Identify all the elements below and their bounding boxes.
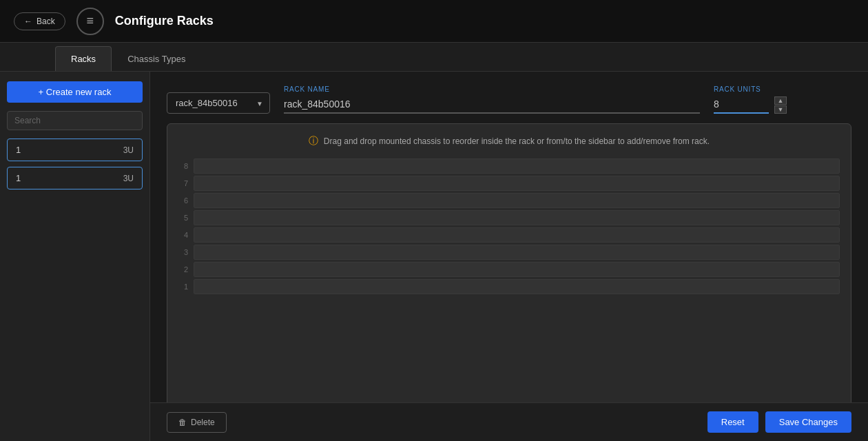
slot-bar-8[interactable] [194,158,840,174]
info-icon: ⓘ [309,135,318,147]
content-area: rack_84b50016 ▼ RACK NAME RACK UNITS ▲ ▼ [150,72,868,441]
reset-button[interactable]: Reset [707,411,758,433]
create-rack-button[interactable]: + Create new rack [7,81,143,103]
rack-selector-wrap: rack_84b50016 ▼ [167,92,270,114]
slot-row-7: 7 [178,176,840,191]
rack-name-field-group: RACK NAME [284,85,700,114]
search-input[interactable] [7,111,143,130]
slot-row-5: 5 [178,210,840,225]
sidebar: + Create new rack 1 3U 1 3U [0,72,150,441]
slot-bar-4[interactable] [194,227,840,243]
rack-name-label: RACK NAME [284,85,700,93]
bottom-right-buttons: Reset Save Changes [707,411,851,433]
slot-row-2: 2 [178,262,840,277]
page-title: Configure Racks [115,14,214,28]
slot-row-6: 6 [178,193,840,208]
back-arrow-icon: ← [24,17,32,26]
units-increment-button[interactable]: ▲ [774,96,787,105]
rack-units-field-group: RACK UNITS ▲ ▼ [714,85,851,114]
rack-units-label: RACK UNITS [714,85,851,93]
rack-selector[interactable]: rack_84b50016 [167,92,270,114]
slot-row-8: 8 [178,158,840,174]
slot-bar-1[interactable] [194,279,840,294]
slot-row-4: 4 [178,227,840,243]
rack-units-row: ▲ ▼ [714,96,851,114]
dragdrop-hint: ⓘ Drag and drop mounted chassis to reord… [178,135,840,147]
back-button[interactable]: ← Back [14,12,65,30]
tab-chassis-types[interactable]: Chassis Types [112,46,201,71]
bottom-bar: 🗑 Delete Reset Save Changes [150,402,868,441]
save-changes-button[interactable]: Save Changes [765,411,851,433]
rack-item-1[interactable]: 1 3U [7,167,143,189]
rack-name-input[interactable] [284,96,700,114]
tab-racks[interactable]: Racks [55,46,112,71]
tabs-bar: Racks Chassis Types [0,43,868,72]
slot-bar-2[interactable] [194,262,840,277]
slot-bar-3[interactable] [194,245,840,260]
rack-header-row: rack_84b50016 ▼ RACK NAME RACK UNITS ▲ ▼ [167,85,851,114]
slot-row-3: 3 [178,245,840,260]
units-decrement-button[interactable]: ▼ [774,105,787,114]
rack-item-0[interactable]: 1 3U [7,139,143,161]
dragdrop-area: ⓘ Drag and drop mounted chassis to reord… [167,123,851,427]
slot-bar-6[interactable] [194,193,840,208]
units-spinner: ▲ ▼ [774,96,787,114]
slot-row-1: 1 [178,279,840,294]
trash-icon: 🗑 [178,418,187,427]
slot-bar-5[interactable] [194,210,840,225]
main-layout: + Create new rack 1 3U 1 3U rack_84b5001… [0,72,868,441]
top-bar: ← Back ≡ Configure Racks [0,0,868,43]
rack-slots: 8 7 6 5 4 [178,158,840,296]
rack-units-input[interactable] [714,96,769,114]
delete-button[interactable]: 🗑 Delete [167,412,227,433]
slot-bar-7[interactable] [194,176,840,191]
page-icon: ≡ [76,8,104,35]
